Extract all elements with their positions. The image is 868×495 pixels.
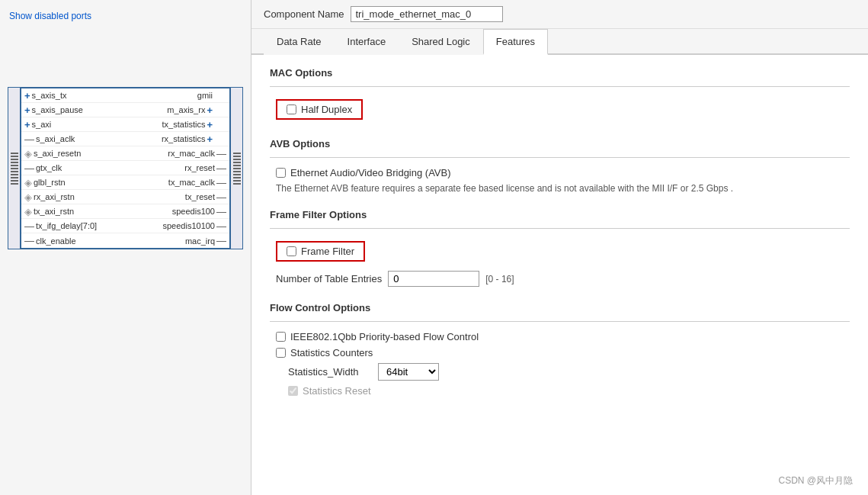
- minus-icon-rx-mac-aclk: —: [216, 148, 226, 159]
- tab-shared-logic[interactable]: Shared Logic: [399, 29, 483, 55]
- table-entries-input[interactable]: [388, 271, 479, 287]
- plus-icon-s-axis-pause[interactable]: +: [24, 104, 30, 116]
- port-right-rx-statistics: rx_statistics +: [162, 133, 226, 145]
- right-panel: Component Name Data Rate Interface Share…: [251, 0, 868, 495]
- ethernet-avb-label: Ethernet Audio/Video Bridging (AVB): [290, 167, 451, 178]
- left-tick: [11, 153, 18, 154]
- minus-icon-tx-ifg-delay: —: [24, 220, 34, 232]
- left-tick: [11, 162, 18, 163]
- right-tick: [233, 153, 241, 154]
- right-tick: [233, 180, 241, 182]
- minus-icon-s-axi-aclk: —: [24, 133, 34, 145]
- port-label-gmii: gmii: [197, 91, 213, 100]
- minus-icon-gtx-clk: —: [24, 162, 34, 174]
- component-name-label: Component Name: [264, 8, 344, 20]
- schematic-main-block: + s_axis_tx gmii + s_axis_pause m_axis_r…: [20, 87, 231, 249]
- port-left-clk-enable: — clk_enable: [24, 235, 76, 246]
- plus-icon-tx-statistics[interactable]: +: [207, 119, 213, 130]
- port-label-m-axis-rx: m_axis_rx: [167, 105, 205, 114]
- frame-filter-title: Frame Filter Options: [270, 209, 850, 220]
- watermark: CSDN @风中月隐: [778, 474, 853, 487]
- port-right-speedis100: speedis100 —: [172, 206, 226, 217]
- frame-filter-label: Frame Filter: [301, 246, 354, 257]
- schematic-diagram: + s_axis_tx gmii + s_axis_pause m_axis_r…: [8, 87, 243, 249]
- ethernet-avb-checkbox[interactable]: [276, 168, 286, 178]
- port-row-s-axis-pause: + s_axis_pause m_axis_rx +: [21, 103, 229, 117]
- half-duplex-label: Half Duplex: [301, 104, 352, 115]
- port-label-rx-axi-rstn: rx_axi_rstn: [34, 192, 75, 201]
- diamond-icon-glbl-rstn: ◈: [24, 177, 32, 188]
- port-right-gmii: gmii: [197, 91, 226, 100]
- statistics-counters-checkbox[interactable]: [276, 348, 286, 358]
- flow-control-section: Flow Control Options IEEE802.1Qbb Priori…: [270, 302, 850, 397]
- port-label-s-axi-resetn: s_axi_resetn: [34, 149, 81, 158]
- port-left-s-axi: + s_axi: [24, 119, 51, 130]
- plus-icon-s-axi[interactable]: +: [24, 119, 30, 130]
- minus-icon-speedis100: —: [216, 206, 226, 217]
- statistics-reset-label: Statistics Reset: [303, 385, 371, 397]
- left-panel: Show disabled ports + s_axis_tx: [0, 0, 251, 495]
- port-left-tx-ifg-delay: — tx_ifg_delay[7:0]: [24, 220, 97, 232]
- left-tick: [11, 174, 18, 175]
- right-tick: [233, 159, 241, 160]
- schematic-left-decorations: [8, 87, 20, 249]
- statistics-reset-row: Statistics Reset: [288, 385, 850, 397]
- half-duplex-row: Half Duplex: [287, 104, 352, 115]
- mac-options-title: MAC Options: [270, 67, 850, 79]
- port-right-rx-reset: rx_reset —: [184, 162, 226, 174]
- port-label-tx-reset: tx_reset: [185, 192, 215, 201]
- ieee802-checkbox[interactable]: [276, 332, 286, 342]
- left-tick: [11, 168, 18, 169]
- port-label-rx-statistics: rx_statistics: [162, 134, 205, 143]
- tab-data-rate[interactable]: Data Rate: [264, 29, 335, 55]
- left-tick: [11, 165, 18, 166]
- tab-interface[interactable]: Interface: [335, 29, 399, 55]
- port-left-s-axi-aclk: — s_axi_aclk: [24, 133, 75, 145]
- port-label-tx-axi-rstn: tx_axi_rstn: [34, 207, 74, 216]
- table-entries-label: Number of Table Entries: [276, 273, 382, 284]
- port-row-s-axis-tx: + s_axis_tx gmii: [21, 88, 229, 103]
- port-label-s-axis-tx: s_axis_tx: [32, 91, 67, 100]
- statistics-counters-row: Statistics Counters: [276, 347, 850, 358]
- port-right-speedis10100: speedis10100 —: [162, 220, 226, 232]
- plus-icon-rx-statistics[interactable]: +: [207, 133, 213, 145]
- port-label-speedis10100: speedis10100: [162, 221, 215, 230]
- port-label-tx-mac-aclk: tx_mac_aclk: [168, 178, 215, 187]
- minus-icon-mac-irq: —: [216, 235, 226, 246]
- statistics-counters-label: Statistics Counters: [290, 347, 373, 358]
- right-tick: [233, 171, 241, 172]
- content-area: MAC Options Half Duplex AVB Options Ethe…: [251, 55, 868, 495]
- frame-filter-checkbox[interactable]: [287, 246, 296, 256]
- table-entries-row: Number of Table Entries [0 - 16]: [276, 271, 844, 287]
- port-row-s-axi: + s_axi tx_statistics +: [21, 117, 229, 132]
- statistics-width-label: Statistics_Width: [288, 366, 372, 378]
- half-duplex-option-box: Half Duplex: [276, 99, 363, 120]
- port-label-clk-enable: clk_enable: [36, 236, 76, 246]
- component-name-input[interactable]: [351, 6, 503, 22]
- right-tick: [233, 162, 241, 163]
- minus-icon-tx-mac-aclk: —: [216, 177, 226, 188]
- statistics-width-select[interactable]: 32bit 64bit: [378, 363, 439, 381]
- ethernet-avb-row: Ethernet Audio/Video Bridging (AVB): [276, 167, 850, 178]
- port-row-gtx-clk: — gtx_clk rx_reset —: [21, 161, 229, 175]
- frame-filter-row: Frame Filter: [287, 246, 354, 257]
- half-duplex-checkbox[interactable]: [287, 104, 296, 114]
- port-right-tx-mac-aclk: tx_mac_aclk —: [168, 177, 226, 188]
- right-tick: [233, 183, 241, 185]
- tab-features[interactable]: Features: [483, 29, 548, 55]
- show-disabled-ports-link[interactable]: Show disabled ports: [0, 6, 251, 26]
- port-right-rx-mac-aclk: rx_mac_aclk —: [168, 148, 226, 159]
- diamond-icon-s-axi-resetn: ◈: [24, 148, 32, 159]
- port-row-tx-ifg-delay: — tx_ifg_delay[7:0] speedis10100 —: [21, 219, 229, 233]
- plus-icon-m-axis-rx[interactable]: +: [207, 104, 213, 116]
- flow-control-divider: [270, 321, 850, 322]
- port-label-glbl-rstn: glbl_rstn: [34, 178, 66, 187]
- port-label-s-axis-pause: s_axis_pause: [32, 105, 83, 114]
- plus-icon-s-axis-tx[interactable]: +: [24, 90, 30, 101]
- diamond-icon-tx-axi-rstn: ◈: [24, 206, 32, 217]
- avb-options-section: AVB Options Ethernet Audio/Video Bridgin…: [270, 138, 850, 194]
- port-left-glbl-rstn: ◈ glbl_rstn: [24, 177, 66, 188]
- avb-info-text: The Ethernet AVB feature requires a sepa…: [276, 183, 844, 194]
- port-right-mac-irq: mac_irq —: [185, 235, 226, 246]
- statistics-reset-checkbox[interactable]: [288, 386, 298, 396]
